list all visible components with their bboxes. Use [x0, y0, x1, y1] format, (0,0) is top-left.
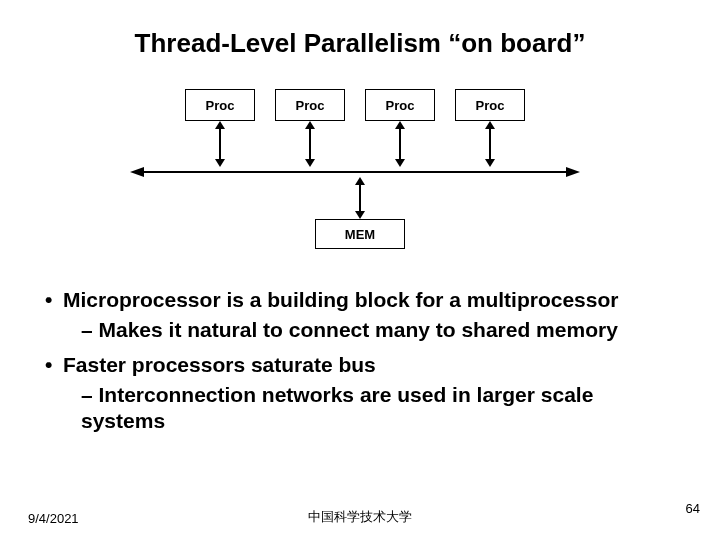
body-text: Microprocessor is a building block for a… — [0, 269, 720, 434]
bullet-2: Faster processors saturate bus — [45, 352, 675, 378]
bullet-1-sub: – Makes it natural to connect many to sh… — [45, 317, 675, 343]
connector-proc2 — [305, 121, 315, 167]
slide-title: Thread-Level Parallelism “on board” — [0, 0, 720, 59]
footer-page-number: 64 — [686, 501, 700, 516]
proc-box-4: Proc — [455, 89, 525, 121]
footer-center: 中国科学技术大学 — [0, 508, 720, 526]
connector-proc1 — [215, 121, 225, 167]
proc-box-3: Proc — [365, 89, 435, 121]
bus-line — [130, 167, 580, 177]
proc-box-1: Proc — [185, 89, 255, 121]
connector-proc4 — [485, 121, 495, 167]
architecture-diagram: Proc Proc Proc Proc MEM — [120, 89, 600, 269]
connector-mem — [355, 177, 365, 219]
bullet-1: Microprocessor is a building block for a… — [45, 287, 675, 313]
proc-box-2: Proc — [275, 89, 345, 121]
connector-proc3 — [395, 121, 405, 167]
bullet-2-sub: – Interconnection networks are used in l… — [45, 382, 675, 435]
mem-box: MEM — [315, 219, 405, 249]
